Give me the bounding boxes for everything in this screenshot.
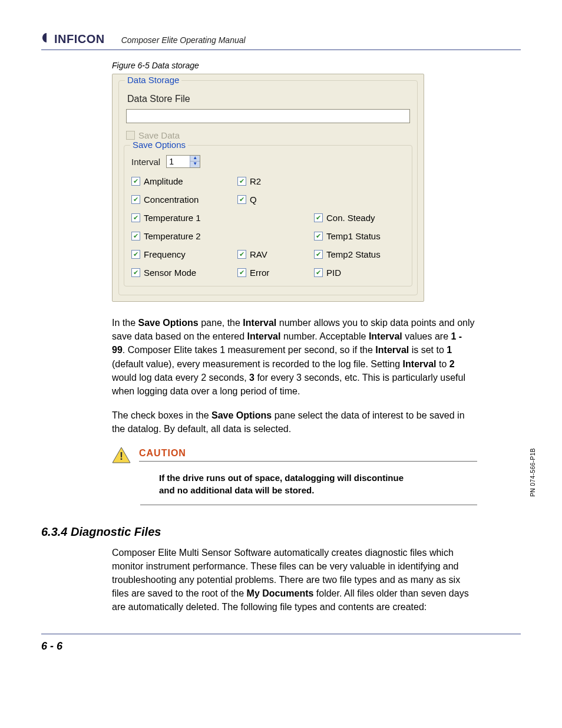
checkbox-icon[interactable]: ✔ (314, 213, 323, 222)
document-title: Composer Elite Operating Manual (121, 35, 246, 46)
page-header: INFICON Composer Elite Operating Manual (41, 32, 521, 50)
opt-frequency[interactable]: ✔Frequency (131, 249, 237, 259)
opt-pid[interactable]: ✔PID (314, 268, 414, 278)
caution-text: If the drive runs out of space, datalogg… (159, 472, 418, 496)
opt-sensor-mode[interactable]: ✔Sensor Mode (131, 268, 237, 278)
save-data-label: Save Data (138, 130, 180, 140)
caution-rule-top (139, 461, 477, 462)
checkbox-icon[interactable]: ✔ (314, 232, 323, 241)
caution-label: CAUTION (139, 448, 186, 458)
group-title-data-storage: Data Storage (125, 75, 181, 85)
save-data-row[interactable]: Save Data (126, 130, 410, 140)
checkbox-icon[interactable]: ✔ (131, 195, 140, 204)
options-grid: ✔Amplitude ✔R2 ✔Concentration ✔Q ✔Temper… (131, 176, 405, 278)
section-body: Composer Elite Multi Sensor Software aut… (112, 546, 477, 614)
paragraph-checkboxes: The check boxes in the Save Options pane… (112, 409, 477, 436)
data-storage-group: Data Storage Data Store File Save Data S… (118, 80, 418, 295)
checkbox-icon[interactable]: ✔ (131, 213, 140, 222)
opt-temp1-status[interactable]: ✔Temp1 Status (314, 231, 414, 241)
interval-label: Interval (131, 157, 160, 167)
checkbox-icon[interactable]: ✔ (237, 195, 246, 204)
spinner-down-icon[interactable]: ▼ (190, 162, 200, 167)
group-title-save-options: Save Options (130, 140, 188, 150)
checkbox-icon[interactable]: ✔ (131, 250, 140, 259)
body-paragraphs: In the Save Options pane, the Interval n… (112, 316, 477, 436)
checkbox-icon[interactable]: ✔ (237, 268, 246, 277)
section-heading: 6.3.4 Diagnostic Files (41, 525, 521, 539)
checkbox-icon[interactable]: ✔ (131, 268, 140, 277)
interval-value: 1 (167, 157, 190, 166)
save-data-checkbox[interactable] (126, 131, 135, 140)
page-number: 6 - 6 (41, 634, 521, 653)
brand-logo: INFICON (41, 32, 105, 46)
opt-temp1[interactable]: ✔Temperature 1 (131, 213, 237, 223)
save-options-group: Save Options Interval 1 ▲ ▼ ✔Amplitude ✔… (124, 145, 412, 286)
caution-block: ! CAUTION If the drive runs out of space… (112, 447, 477, 505)
opt-con-steady[interactable]: ✔Con. Steady (314, 213, 414, 223)
paragraph-interval: In the Save Options pane, the Interval n… (112, 316, 477, 398)
checkbox-icon[interactable]: ✔ (131, 177, 140, 186)
interval-row: Interval 1 ▲ ▼ (131, 155, 405, 168)
checkbox-icon[interactable]: ✔ (237, 177, 246, 186)
checkbox-icon[interactable]: ✔ (314, 250, 323, 259)
figure-caption: Figure 6-5 Data storage (112, 61, 521, 70)
interval-spinner[interactable]: 1 ▲ ▼ (166, 155, 200, 168)
data-storage-panel: Data Storage Data Store File Save Data S… (112, 74, 424, 302)
data-store-file-input[interactable] (126, 109, 410, 123)
logo-mark-icon (41, 32, 52, 46)
opt-error[interactable]: ✔Error (237, 268, 314, 278)
caution-rule-bottom (140, 505, 477, 505)
opt-rav[interactable]: ✔RAV (237, 249, 314, 259)
opt-temp2-status[interactable]: ✔Temp2 Status (314, 249, 414, 259)
opt-temp2[interactable]: ✔Temperature 2 (131, 231, 237, 241)
part-number-vertical: PN 074-566-P1B (530, 448, 536, 497)
checkbox-icon[interactable]: ✔ (314, 268, 323, 277)
checkbox-icon[interactable]: ✔ (237, 250, 246, 259)
data-store-file-label: Data Store File (127, 94, 410, 104)
warning-icon: ! (112, 447, 131, 463)
opt-concentration[interactable]: ✔Concentration (131, 195, 237, 205)
opt-q[interactable]: ✔Q (237, 195, 314, 205)
brand-text: INFICON (54, 32, 105, 46)
checkbox-icon[interactable]: ✔ (131, 232, 140, 241)
opt-r2[interactable]: ✔R2 (237, 176, 314, 186)
opt-amplitude[interactable]: ✔Amplitude (131, 176, 237, 186)
svg-text:!: ! (120, 450, 123, 462)
